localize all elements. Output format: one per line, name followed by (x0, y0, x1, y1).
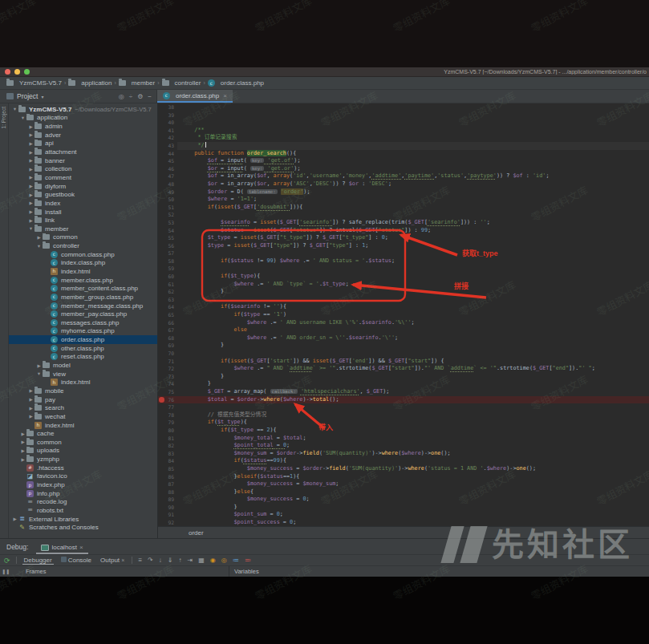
editor-breadcrumb-label[interactable]: order (189, 529, 204, 537)
gutter-line-number[interactable]: 71 (158, 358, 177, 366)
tree-item-member-content-class-php[interactable]: cmember_content.class.php (9, 284, 157, 293)
tree-toggle-icon[interactable]: ▶ (35, 235, 43, 240)
code-line-87[interactable]: 87 $money_success = $money_sum; (158, 480, 649, 488)
tree-toggle-icon[interactable]: ▶ (27, 192, 34, 197)
code-area[interactable]: 38394041 /**42 * 订单记录搜索43 */44 public fu… (158, 103, 649, 526)
gutter-line-number[interactable]: 49 (158, 188, 177, 196)
code-line-65[interactable]: 65 if($type == '1') (158, 311, 649, 319)
gutter-line-number[interactable]: 61 (158, 281, 177, 289)
gutter-line-number[interactable]: 68 (158, 334, 177, 342)
frames-strip-icon[interactable]: ❚❚ (0, 569, 11, 574)
close-button[interactable] (5, 69, 10, 75)
tree-item-link[interactable]: ▶link (9, 216, 157, 225)
tree-item-yzmcms-v5-7[interactable]: ▼YzmCMS-V5.7~/Downloads/YzmCMS-V5.7 (9, 105, 157, 114)
code-line-49[interactable]: 49 $order = D( tablename: 'order'); (158, 188, 649, 196)
tree-item-diyform[interactable]: ▶diyform (9, 182, 157, 191)
tree-toggle-icon[interactable]: ▶ (27, 184, 34, 188)
tree-item-view[interactable]: ▼view (9, 370, 157, 379)
tree-item-scratches-and-consoles[interactable]: ✎Scratches and Consoles (9, 523, 157, 532)
code-line-45[interactable]: 45 $of = input( key: 'get.of'); (158, 157, 649, 165)
code-line-62[interactable]: 62 } (158, 288, 649, 296)
tree-item-banner[interactable]: ▶banner (9, 156, 157, 165)
gutter-line-number[interactable]: 86 (158, 473, 177, 481)
tree-toggle-icon[interactable]: ▶ (27, 132, 34, 137)
code-line-68[interactable]: 68 $where .= ' AND order_sn = \''.$seari… (158, 334, 649, 342)
breadcrumb-item[interactable]: corder.class.php (208, 79, 264, 87)
gutter-line-number[interactable]: 92 (158, 519, 177, 526)
add-watch-icon[interactable]: ≕ (245, 557, 251, 564)
code-line-54[interactable]: 54 $status = isset($_GET["status"]) ? in… (158, 227, 649, 235)
code-line-91[interactable]: 91 $point_sum = 0; (158, 511, 649, 519)
code-line-81[interactable]: 81 $money_total = $total; (158, 435, 649, 443)
code-line-69[interactable]: 69 } (158, 342, 649, 350)
code-line-78[interactable]: 78 // 根据充值类型分情况 (158, 411, 649, 419)
tree-toggle-icon[interactable]: ▶ (19, 457, 26, 462)
code-line-55[interactable]: 55 $t_type = isset($_GET["t_type"]) ? $_… (158, 234, 649, 242)
gutter-line-number[interactable]: 74 (158, 380, 177, 388)
code-line-82[interactable]: 82 $point_total = 0; (158, 442, 649, 450)
code-line-39[interactable]: 39 (158, 111, 649, 119)
code-line-88[interactable]: 88 }else{ (158, 488, 649, 496)
gutter-line-number[interactable]: 39 (158, 111, 177, 119)
tree-item-admin[interactable]: ▶admin (9, 122, 157, 131)
code-line-70[interactable]: 70 (158, 350, 649, 358)
tab-console[interactable]: Console (59, 557, 93, 564)
gutter-line-number[interactable]: 79 (158, 419, 177, 427)
tree-toggle-icon[interactable]: ▶ (27, 167, 34, 172)
tree-item-application[interactable]: ▼application (9, 114, 157, 123)
tree-item-adver[interactable]: ▶adver (9, 131, 157, 140)
code-line-77[interactable]: 77 (158, 403, 649, 411)
gutter-line-number[interactable]: 58 (158, 257, 177, 265)
gutter-line-number[interactable]: 48 (158, 180, 177, 188)
tree-item-index-class-php[interactable]: cindex.class.php (9, 259, 157, 268)
coin-toggle-icon[interactable]: ◎ (221, 557, 227, 564)
gutter-breakpoint[interactable]: 76 (158, 396, 177, 404)
tree-item-search[interactable]: ▶search (9, 403, 157, 412)
code-line-79[interactable]: 79 if($t_type){ (158, 419, 649, 427)
code-line-58[interactable]: 58 if($status != 99) $where .= ' AND sta… (158, 257, 649, 265)
code-line-74[interactable]: 74 } (158, 380, 649, 388)
hide-panel-icon[interactable]: − (148, 93, 152, 100)
code-line-53[interactable]: 53 $searinfo = isset($_GET['searinfo']) … (158, 219, 649, 227)
threads-menu-icon[interactable]: ≡ (138, 557, 142, 564)
tree-item-model[interactable]: ▶model (9, 361, 157, 370)
show-execution-point-icon[interactable]: ↷ (148, 557, 153, 564)
tree-toggle-icon[interactable]: ▶ (27, 175, 34, 180)
tree-toggle-icon[interactable]: ▶ (27, 414, 34, 419)
code-line-56[interactable]: 56 $type = isset($_GET["type"]) ? $_GET[… (158, 242, 649, 250)
tree-item-controller[interactable]: ▼controller (9, 241, 157, 250)
breadcrumb-item[interactable]: application (68, 79, 112, 87)
tree-item-index[interactable]: ▶index (9, 199, 157, 208)
code-line-63[interactable]: 63 (158, 296, 649, 304)
code-line-41[interactable]: 41 /** (158, 127, 649, 135)
gutter-line-number[interactable]: 85 (158, 465, 177, 473)
run-to-cursor-icon[interactable]: ⇥ (187, 557, 193, 564)
code-line-86[interactable]: 86 }elseif($status==1){ (158, 473, 649, 481)
step-over-icon[interactable]: ↓ (159, 557, 162, 564)
tree-item-wechat[interactable]: ▶wechat (9, 412, 157, 421)
tree-item--htaccess[interactable]: #.htaccess (9, 464, 157, 472)
tree-item-robots-txt[interactable]: ≡robots.txt (9, 506, 157, 515)
code-line-44[interactable]: 44 public function order_search(){ (158, 150, 649, 158)
code-line-90[interactable]: 90 } (158, 504, 649, 512)
code-line-66[interactable]: 66 $where .= ' AND username LIKE \'%'.$s… (158, 319, 649, 327)
tree-item-common[interactable]: ▶common (9, 438, 157, 447)
gutter-line-number[interactable]: 50 (158, 196, 177, 204)
tree-item-index-html[interactable]: hindex.html (9, 267, 157, 276)
gutter-line-number[interactable]: 77 (158, 403, 177, 411)
gutter-line-number[interactable]: 52 (158, 211, 177, 219)
tree-toggle-icon[interactable]: ▶ (27, 158, 34, 163)
tree-toggle-icon[interactable]: ▶ (27, 200, 34, 205)
tree-item-recode-log[interactable]: ≡recode.log (9, 497, 157, 506)
tree-toggle-icon[interactable]: ▼ (11, 107, 18, 111)
code-line-89[interactable]: 89 $money_success = 0; (158, 496, 649, 504)
tree-toggle-icon[interactable]: ▶ (27, 124, 34, 129)
tree-item-guestbook[interactable]: ▶guestbook (9, 190, 157, 199)
gutter-line-number[interactable]: 70 (158, 350, 177, 358)
tree-toggle-icon[interactable]: ▼ (19, 115, 26, 120)
code-line-85[interactable]: 85 $money_success = $order->field('SUM(q… (158, 465, 649, 473)
break-at-first-line-icon[interactable]: ◉ (210, 557, 216, 564)
code-line-43[interactable]: 43 */ (158, 142, 649, 150)
gutter-line-number[interactable]: 53 (158, 219, 177, 227)
code-line-42[interactable]: 42 * 订单记录搜索 (158, 134, 649, 142)
